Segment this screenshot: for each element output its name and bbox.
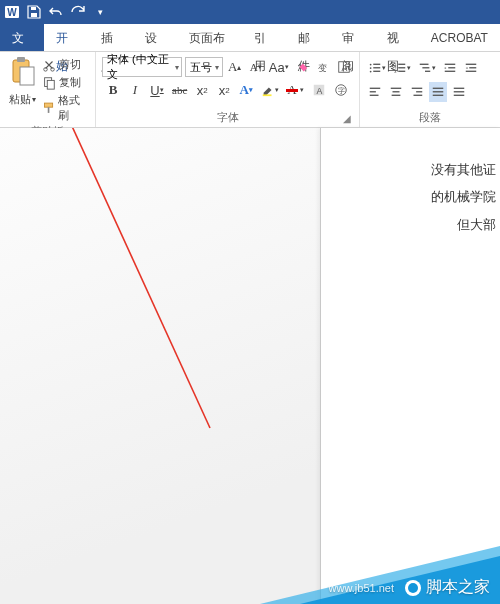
distribute-icon[interactable]: [450, 82, 468, 102]
paste-icon[interactable]: [8, 56, 36, 90]
group-font: 宋体 (中文正文▾ 五号▾ A▴ A▾ Aa▾ A 变 A B I U▾ abc…: [96, 52, 360, 127]
font-color-icon[interactable]: A▾: [285, 80, 305, 100]
svg-text:字: 字: [338, 87, 345, 94]
svg-line-58: [28, 128, 210, 428]
svg-rect-51: [414, 95, 423, 96]
redo-icon[interactable]: [70, 4, 86, 20]
doc-line: 的机械学院: [321, 183, 500, 210]
align-center-icon[interactable]: [387, 82, 405, 102]
svg-rect-48: [392, 95, 401, 96]
align-justify-icon[interactable]: [429, 82, 447, 102]
group-label-paragraph: 段落: [419, 111, 441, 123]
svg-rect-44: [370, 91, 376, 92]
tab-layout[interactable]: 页面布局: [177, 24, 242, 51]
font-name-combo[interactable]: 宋体 (中文正文▾: [102, 57, 182, 77]
watermark-logo-icon: [404, 579, 422, 597]
format-painter-button[interactable]: 格式刷: [42, 93, 89, 123]
svg-rect-39: [445, 71, 456, 72]
svg-rect-49: [412, 88, 423, 89]
svg-text:W: W: [7, 7, 17, 18]
copy-button[interactable]: 复制: [42, 75, 89, 90]
svg-rect-46: [391, 88, 402, 89]
char-shading-icon[interactable]: A: [310, 80, 328, 100]
svg-point-24: [370, 67, 372, 69]
subscript-button[interactable]: x2: [193, 80, 211, 100]
svg-point-22: [370, 64, 372, 66]
increase-indent-icon[interactable]: [462, 58, 480, 78]
svg-rect-12: [48, 107, 50, 113]
tab-view[interactable]: 视图: [375, 24, 419, 51]
align-right-icon[interactable]: [408, 82, 426, 102]
undo-icon[interactable]: [48, 4, 64, 20]
strike-button[interactable]: abc: [170, 80, 189, 100]
tab-file[interactable]: 文件: [0, 24, 44, 51]
svg-rect-10: [47, 80, 54, 89]
title-bar: W ▾: [0, 0, 500, 24]
char-border-icon[interactable]: A: [335, 57, 353, 77]
svg-rect-41: [469, 67, 476, 68]
svg-rect-53: [433, 91, 444, 92]
grow-font-icon[interactable]: A▴: [226, 57, 244, 77]
font-size-combo[interactable]: 五号▾: [185, 57, 223, 77]
svg-rect-34: [420, 64, 429, 65]
word-app-icon: W: [4, 4, 20, 20]
svg-rect-3: [31, 7, 36, 10]
font-launcher-icon[interactable]: ◢: [341, 113, 353, 125]
ribbon-tabs: 文件 开始 插入 设计 页面布局 引用 邮件 审阅 视图 ACROBAT: [0, 24, 500, 52]
align-left-icon[interactable]: [366, 82, 384, 102]
group-clipboard: 粘贴▾ 剪切 复制 格式刷 剪贴板◢: [0, 52, 96, 127]
svg-rect-43: [370, 88, 381, 89]
group-paragraph: ▾ 123▾ ▾ 段落: [360, 52, 500, 127]
svg-rect-2: [31, 13, 37, 17]
svg-rect-31: [398, 67, 405, 68]
svg-rect-25: [373, 67, 380, 68]
tab-review[interactable]: 审阅: [330, 24, 374, 51]
clear-format-icon[interactable]: A: [293, 57, 311, 77]
svg-text:3: 3: [394, 69, 397, 74]
underline-button[interactable]: U▾: [148, 80, 166, 100]
svg-rect-6: [20, 67, 34, 85]
svg-rect-38: [448, 67, 455, 68]
svg-point-60: [408, 583, 418, 593]
change-case-button[interactable]: Aa▾: [268, 57, 290, 77]
tab-references[interactable]: 引用: [242, 24, 286, 51]
svg-text:A: A: [316, 86, 322, 96]
svg-rect-11: [44, 103, 52, 107]
svg-rect-35: [422, 67, 429, 68]
svg-point-26: [370, 71, 372, 73]
multilevel-list-icon[interactable]: ▾: [416, 58, 438, 78]
tab-insert[interactable]: 插入: [89, 24, 133, 51]
bold-button[interactable]: B: [104, 80, 122, 100]
bullets-icon[interactable]: ▾: [366, 58, 388, 78]
cut-button[interactable]: 剪切: [42, 57, 89, 72]
tab-design[interactable]: 设计: [133, 24, 177, 51]
svg-text:A: A: [341, 63, 347, 73]
watermark-url: www.jb51.net: [329, 582, 394, 594]
decrease-indent-icon[interactable]: [441, 58, 459, 78]
svg-rect-33: [398, 71, 405, 72]
numbering-icon[interactable]: 123▾: [391, 58, 413, 78]
svg-rect-17: [263, 94, 272, 96]
svg-rect-23: [373, 64, 380, 65]
save-icon[interactable]: [26, 4, 42, 20]
svg-rect-50: [416, 91, 422, 92]
phonetic-guide-icon[interactable]: 变: [314, 57, 332, 77]
svg-rect-37: [445, 64, 456, 65]
document-page[interactable]: 没有其他证 的机械学院 但大部: [320, 128, 500, 604]
doc-line: 没有其他证: [321, 156, 500, 183]
superscript-button[interactable]: x2: [215, 80, 233, 100]
tab-acrobat[interactable]: ACROBAT: [419, 24, 500, 51]
highlight-icon[interactable]: ▾: [259, 80, 281, 100]
tab-mail[interactable]: 邮件: [286, 24, 330, 51]
paste-button[interactable]: 粘贴▾: [9, 92, 36, 107]
svg-rect-47: [393, 91, 400, 92]
shrink-font-icon[interactable]: A▾: [247, 57, 265, 77]
enclose-char-icon[interactable]: 字: [332, 80, 350, 100]
watermark: www.jb51.net 脚本之家: [260, 544, 500, 604]
ribbon: 粘贴▾ 剪切 复制 格式刷 剪贴板◢ 宋体 (: [0, 52, 500, 128]
svg-rect-29: [398, 64, 405, 65]
qat-customize-icon[interactable]: ▾: [92, 4, 108, 20]
tab-home[interactable]: 开始: [44, 24, 88, 51]
italic-button[interactable]: I: [126, 80, 144, 100]
text-effects-icon[interactable]: A▾: [237, 80, 255, 100]
